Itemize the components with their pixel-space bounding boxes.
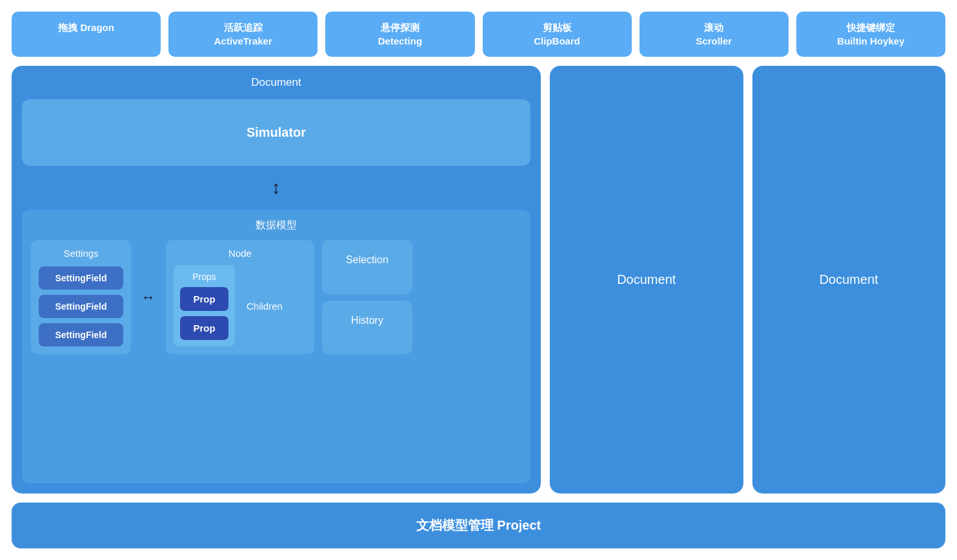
node-box: Node Props Prop Prop Children [166, 240, 314, 354]
setting-field-1: SettingField [39, 266, 123, 290]
settings-label: Settings [39, 248, 123, 259]
children-label: Children [241, 265, 288, 346]
node-label: Node [174, 248, 307, 259]
sel-hist-column: Selection History [322, 240, 412, 354]
top-bar: 拖拽 Dragon 活跃追踪ActiveTraker 悬停探测Detecting… [12, 12, 945, 57]
prop-2: Prop [180, 316, 228, 340]
hotkey-button[interactable]: 快捷键绑定Builtin Hoykey [796, 12, 945, 57]
hover-detect-button[interactable]: 悬停探测Detecting [325, 12, 474, 57]
main-area: Document Simulator ↕ 数据模型 Settings Setti… [12, 66, 945, 494]
bottom-bar: 文档模型管理 Project [12, 503, 945, 548]
simulator-box: Simulator [22, 99, 530, 166]
right-document-box: Document [752, 66, 946, 494]
props-label: Props [180, 272, 228, 282]
prop-1: Prop [180, 287, 228, 311]
setting-field-2: SettingField [39, 295, 123, 318]
drag-button[interactable]: 拖拽 Dragon [12, 12, 161, 57]
bottom-bar-label: 文档模型管理 Project [416, 518, 541, 532]
left-document-box: Document Simulator ↕ 数据模型 Settings Setti… [12, 66, 541, 494]
node-inner: Props Prop Prop Children [174, 265, 307, 346]
clipboard-button[interactable]: 剪贴板ClipBoard [483, 12, 632, 57]
right-document-label: Document [820, 272, 878, 287]
middle-document-label: Document [617, 272, 676, 287]
data-model-label: 数据模型 [31, 219, 521, 232]
h-arrow-icon: ↔ [139, 240, 158, 354]
data-model-box: 数据模型 Settings SettingField SettingField … [22, 210, 530, 483]
middle-document-box: Document [550, 66, 743, 494]
data-model-inner: Settings SettingField SettingField Setti… [31, 240, 521, 354]
scroller-button[interactable]: 滚动Scroller [640, 12, 789, 57]
arrow-container: ↕ [22, 176, 530, 199]
left-document-label: Document [22, 76, 530, 89]
selection-box: Selection [322, 240, 412, 294]
active-tracker-button[interactable]: 活跃追踪ActiveTraker [168, 12, 317, 57]
props-box: Props Prop Prop [174, 265, 235, 346]
setting-field-3: SettingField [39, 323, 123, 346]
simulator-label: Simulator [247, 125, 306, 139]
history-box: History [322, 301, 412, 355]
settings-box: Settings SettingField SettingField Setti… [31, 240, 131, 354]
bidirectional-arrow-icon: ↕ [272, 179, 281, 197]
